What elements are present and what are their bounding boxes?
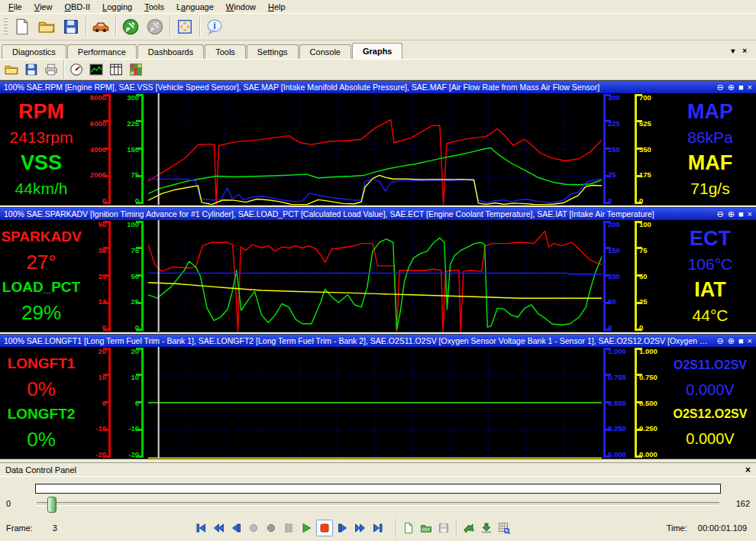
series-name: MAP (687, 102, 733, 122)
export-arrow-icon (463, 522, 475, 534)
graph-titlebar[interactable]: 100% SAE.LONGFT1 [Long Term Fuel Trim - … (0, 335, 756, 347)
gauge-view-button[interactable] (66, 60, 86, 79)
tab-overflow-icon[interactable]: ▾ (731, 47, 735, 55)
open-folder-icon (5, 63, 18, 76)
menu-file[interactable]: File (2, 1, 28, 13)
restore-icon[interactable]: ■ (738, 83, 744, 92)
skip-start-icon (195, 522, 207, 534)
axis-longft1: 20100-10-20 (82, 347, 111, 458)
zoom-in-icon[interactable]: ⊕ (728, 337, 735, 345)
new-file-button[interactable] (10, 15, 34, 38)
axis-sparkadv: 503825130 (82, 220, 111, 332)
plot-area[interactable] (148, 93, 602, 205)
info-icon: i (206, 18, 223, 35)
time-display: Time: 00:00:01.109 (667, 523, 750, 533)
zoom-in-icon[interactable]: ⊕ (728, 83, 735, 92)
connect-button[interactable] (118, 15, 143, 38)
record-voice-button[interactable] (246, 520, 261, 536)
save-log-button[interactable] (436, 520, 451, 536)
zoom-out-icon[interactable]: ⊖ (716, 210, 723, 219)
series-value: 71g/s (690, 180, 729, 196)
tab-console[interactable]: Console (299, 44, 351, 59)
series-name: LOAD_PCT (2, 280, 80, 294)
series-name: LONGFT1 (8, 356, 76, 371)
car-icon (92, 18, 109, 35)
record-button[interactable] (263, 520, 279, 536)
slider-thumb[interactable] (47, 497, 57, 513)
frame-value: 3 (53, 523, 57, 533)
save-file-button[interactable] (59, 15, 83, 38)
menu-window[interactable]: Window (220, 1, 262, 13)
axis-map: 300225150750 (603, 93, 632, 205)
menu-obd2[interactable]: OBD-II (58, 1, 96, 13)
tab-close-icon[interactable]: × (742, 47, 747, 55)
menu-language[interactable]: Language (170, 1, 220, 13)
tab-performance[interactable]: Performance (67, 44, 137, 59)
tab-graphs[interactable]: Graphs (352, 43, 403, 59)
open-file-button[interactable] (34, 15, 59, 38)
zoom-in-icon[interactable]: ⊕ (728, 210, 735, 219)
data-progress-bar (35, 484, 721, 494)
step-forward-button[interactable] (335, 520, 351, 536)
close-icon[interactable]: × (748, 83, 752, 92)
play-button[interactable] (299, 520, 314, 536)
menu-help[interactable]: Help (262, 1, 292, 13)
fast-forward-button[interactable] (353, 520, 368, 536)
new-log-button[interactable] (401, 520, 416, 536)
stop-icon (318, 522, 331, 534)
restore-icon[interactable]: ■ (738, 337, 744, 345)
graph-title: 100% SAE.RPM [Engine RPM], SAE.VSS [Vehi… (4, 83, 712, 92)
graph-titlebar[interactable]: 100% SAE.RPM [Engine RPM], SAE.VSS [Vehi… (0, 81, 756, 93)
close-icon[interactable]: × (748, 210, 752, 219)
graph-view-button[interactable] (86, 60, 106, 79)
disconnect-button[interactable] (143, 15, 167, 38)
graphs-area: 100% SAE.RPM [Engine RPM], SAE.VSS [Vehi… (0, 80, 756, 459)
close-icon[interactable]: × (748, 337, 752, 345)
vehicle-button[interactable] (89, 15, 113, 38)
menu-tools[interactable]: Tools (138, 1, 170, 13)
plot-area[interactable] (148, 220, 602, 332)
close-icon[interactable]: × (745, 465, 751, 475)
tab-settings[interactable]: Settings (247, 44, 299, 59)
zoom-out-icon[interactable]: ⊖ (716, 337, 723, 345)
plot-area[interactable] (148, 347, 602, 458)
zoom-out-icon[interactable]: ⊖ (716, 83, 723, 92)
skip-to-start-button[interactable] (193, 520, 208, 536)
open-log-button[interactable] (418, 520, 434, 536)
print-button[interactable] (41, 60, 61, 79)
menu-logging[interactable]: Logging (96, 1, 138, 13)
graph-titlebar[interactable]: 100% SAE.SPARKADV [Ignition Timing Advan… (0, 208, 756, 220)
grid-search-icon (498, 522, 510, 534)
save-layout-button[interactable] (21, 60, 41, 79)
dashboard-view-button[interactable] (126, 60, 146, 79)
tab-dashboards[interactable]: Dashboards (137, 44, 204, 59)
axis-o2s11: 1.0000.7500.5000.2500.000 (603, 347, 632, 458)
export-log-button[interactable] (461, 520, 477, 536)
menu-view[interactable]: View (28, 1, 59, 13)
pause-button[interactable] (281, 520, 296, 536)
tab-tools[interactable]: Tools (205, 44, 246, 59)
screen-layout-icon (176, 18, 193, 35)
tab-bar: Diagnostics Performance Dashboards Tools… (0, 40, 756, 60)
tab-diagnostics[interactable]: Diagnostics (2, 44, 66, 59)
series-name: O2S11.O2SV (674, 359, 747, 371)
axis-iat: 1007550250 (635, 220, 663, 332)
data-control-panel-header: Data Control Panel × (0, 463, 756, 477)
axis-longft2: 20100-10-20 (115, 347, 144, 458)
step-back-button[interactable] (228, 520, 244, 536)
screen-layout-button[interactable] (173, 15, 197, 38)
play-icon (300, 522, 312, 534)
open-layout-button[interactable] (2, 60, 21, 79)
series-value: 0.000V (686, 431, 734, 446)
table-view-button[interactable] (106, 60, 126, 79)
frame-slider[interactable] (37, 502, 719, 506)
about-button[interactable]: i (202, 15, 227, 38)
view-log-grid-button[interactable] (496, 520, 512, 536)
toolbar-grip[interactable] (4, 18, 8, 36)
skip-to-end-button[interactable] (370, 520, 386, 536)
import-log-button[interactable] (479, 520, 494, 536)
stop-button[interactable] (316, 520, 333, 536)
restore-icon[interactable]: ■ (738, 210, 744, 219)
rewind-button[interactable] (211, 520, 226, 536)
step-back-icon (230, 522, 242, 534)
